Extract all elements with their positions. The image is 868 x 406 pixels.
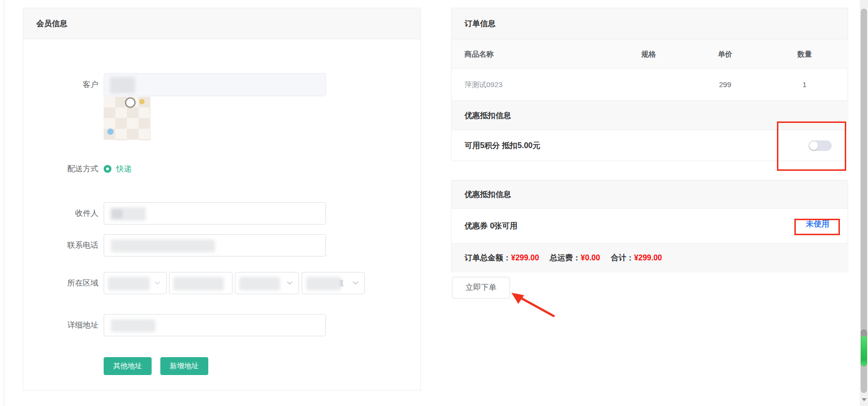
product-qty-cell: 1 (780, 69, 829, 101)
customer-avatar (104, 97, 151, 140)
member-info-card: 会员信息 客户 配送方式 快递 收件人 联系电话 所在区域 (23, 8, 421, 391)
chevron-down-icon (287, 281, 293, 285)
region-label: 所在区域 (23, 272, 98, 294)
col-spec: 规格 (624, 39, 673, 69)
summary-total-value: ¥299.00 (511, 254, 539, 262)
scrollbar-down-arrow-icon[interactable] (862, 398, 867, 401)
col-product-name: 商品名称 (465, 39, 494, 69)
scroll-progress-indicator (861, 330, 867, 366)
points-text: 可用5积分 抵扣5.00元 (465, 130, 540, 161)
region-select-city[interactable] (169, 272, 232, 294)
region-select-street[interactable]: 道 (302, 272, 365, 294)
annotation-box-toggle (777, 121, 846, 171)
address-input[interactable] (104, 314, 326, 336)
product-name-cell: 萍测试0923 (465, 69, 502, 101)
redacted-address-value (111, 319, 155, 332)
member-card-header: 会员信息 (23, 8, 420, 39)
add-address-button[interactable]: 新增地址 (160, 357, 208, 375)
summary-shipping-label: 总运费： (550, 254, 581, 262)
coupon-row: 优惠券 0张可用 未使用 (451, 209, 849, 243)
annotation-box-coupon-status (794, 219, 840, 235)
summary-grand-total-value: ¥299.00 (634, 254, 662, 262)
redacted-phone-value (111, 240, 215, 252)
redacted-district-value (239, 277, 280, 290)
order-table-row: 萍测试0923 299 1 (451, 69, 849, 101)
region-select-province[interactable] (104, 272, 167, 294)
coupon-card: 优惠抵扣信息 优惠券 0张可用 未使用 订单总金额：¥299.00总运费：¥0.… (451, 180, 848, 272)
place-order-button[interactable]: 立即下单 (452, 277, 510, 299)
page: 会员信息 客户 配送方式 快递 收件人 联系电话 所在区域 (0, 0, 868, 406)
order-card-header: 订单信息 (451, 8, 848, 39)
recipient-label: 收件人 (23, 202, 98, 225)
redacted-street-value (306, 277, 341, 290)
member-card-title: 会员信息 (36, 8, 67, 39)
order-table-header-row: 商品名称 规格 单价 数量 (451, 39, 849, 69)
col-unit-price: 单价 (701, 39, 749, 69)
radio-express-label[interactable]: 快递 (116, 161, 132, 177)
product-price-cell: 299 (701, 69, 749, 101)
coupon-card-title: 优惠抵扣信息 (465, 180, 511, 208)
customer-label: 客户 (23, 73, 98, 96)
chevron-down-icon (155, 281, 160, 285)
order-card-title: 订单信息 (465, 8, 496, 39)
summary-shipping-value: ¥0.00 (581, 254, 600, 262)
left-edge-divider (4, 0, 4, 406)
summary-total-label: 订单总金额： (465, 254, 511, 262)
phone-label: 联系电话 (23, 234, 98, 256)
address-label: 详细地址 (23, 314, 98, 336)
coupon-card-header: 优惠抵扣信息 (451, 180, 848, 209)
phone-input[interactable] (104, 234, 326, 256)
region-select-district[interactable] (235, 272, 299, 294)
discount-section-title: 优惠抵扣信息 (465, 101, 511, 130)
redacted-city-value (173, 277, 224, 290)
chevron-down-icon (353, 281, 358, 285)
coupon-text: 优惠券 0张可用 (465, 209, 517, 243)
redacted-recipient-char (112, 210, 123, 218)
col-quantity: 数量 (780, 39, 829, 69)
summary-grand-total-label: 合计： (611, 254, 634, 262)
redacted-customer-value (110, 77, 135, 93)
recipient-input[interactable] (104, 202, 326, 225)
radio-express-icon[interactable] (104, 165, 111, 173)
other-address-button[interactable]: 其他地址 (104, 357, 152, 375)
delivery-method-label: 配送方式 (23, 161, 98, 177)
redacted-province-value (108, 277, 150, 290)
annotation-arrow (507, 289, 560, 321)
order-summary-row: 订单总金额：¥299.00总运费：¥0.00合计：¥299.00 (451, 243, 849, 272)
customer-input[interactable] (104, 73, 326, 96)
